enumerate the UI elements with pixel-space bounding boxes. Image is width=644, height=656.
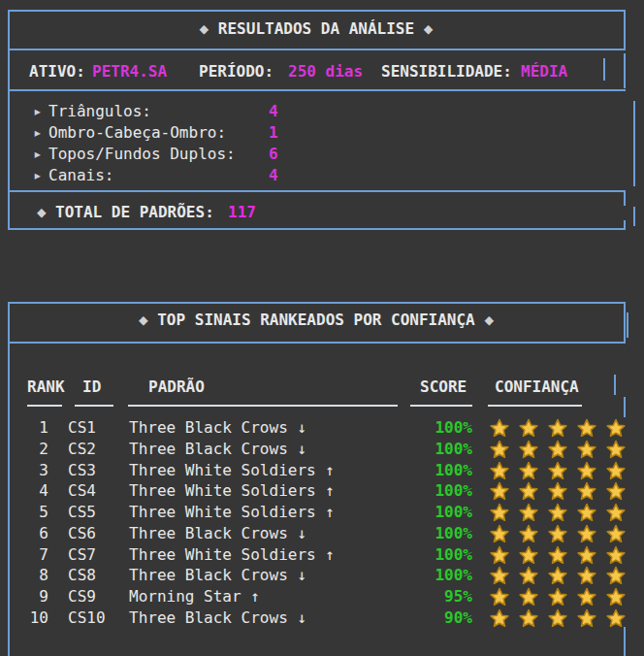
star-icon bbox=[519, 566, 538, 585]
star-icon bbox=[577, 524, 596, 543]
panel1-border-right-info bbox=[624, 53, 626, 88]
score-cell: 100% bbox=[410, 544, 472, 566]
star-icon bbox=[548, 503, 567, 522]
star-icon bbox=[490, 503, 509, 522]
pattern-cell: Three White Soldiers ↑ bbox=[129, 460, 335, 481]
count-value: 1 bbox=[269, 122, 278, 144]
rank-cell: 5 bbox=[8, 502, 48, 523]
confidence-stars bbox=[490, 460, 640, 481]
star-icon bbox=[490, 587, 509, 607]
confidence-stars bbox=[490, 439, 640, 460]
diamond-icon: ◆ bbox=[200, 19, 209, 38]
star-icon bbox=[577, 566, 596, 585]
count-value: 6 bbox=[269, 144, 278, 165]
panel2-border-right-header bbox=[614, 375, 616, 395]
table-row: 9 CS9 Morning Star ↑ 95% bbox=[0, 586, 644, 607]
star-icon bbox=[490, 461, 509, 480]
panel2-border-glitch bbox=[627, 312, 628, 338]
diamond-icon: ◆ bbox=[424, 19, 434, 38]
panel1-title: RESULTADOS DA ANÁLISE bbox=[218, 19, 414, 38]
triangle-bullet-icon: ▸ bbox=[33, 122, 43, 144]
panel1-border-top bbox=[8, 10, 626, 12]
star-icon bbox=[548, 587, 567, 607]
pattern-cell: Three White Soldiers ↑ bbox=[129, 480, 335, 502]
triangle-bullet-icon: ▸ bbox=[33, 165, 43, 186]
panel1-border-corner bbox=[624, 220, 626, 230]
count-label: Ombro-Cabeça-Ombro: bbox=[48, 122, 226, 144]
pattern-cell: Three Black Crows ↓ bbox=[129, 565, 306, 586]
star-icon bbox=[548, 545, 567, 565]
star-icon bbox=[606, 503, 626, 522]
table-row: 5 CS5 Three White Soldiers ↑ 100% bbox=[0, 502, 644, 523]
score-cell: 100% bbox=[410, 460, 472, 481]
star-icon bbox=[577, 440, 596, 459]
panel1-border-right-counts bbox=[633, 101, 635, 186]
triangle-bullet-icon: ▸ bbox=[33, 101, 43, 122]
score-cell: 100% bbox=[410, 439, 472, 460]
star-icon bbox=[577, 587, 596, 607]
table-row: 3 CS3 Three White Soldiers ↑ 100% bbox=[0, 460, 644, 481]
panel2-separator bbox=[8, 342, 626, 344]
column-header-confianca: CONFIANÇA bbox=[495, 377, 579, 398]
id-cell: CS7 bbox=[68, 544, 96, 566]
count-label: Canais: bbox=[48, 165, 113, 186]
table-row: 8 CS8 Three Black Crows ↓ 100% bbox=[0, 565, 644, 586]
pattern-cell: Three White Soldiers ↑ bbox=[129, 544, 335, 566]
star-icon bbox=[577, 608, 596, 628]
pattern-cell: Three Black Crows ↓ bbox=[129, 607, 306, 629]
panel2-border-right-underline bbox=[624, 397, 626, 417]
confidence-stars bbox=[490, 480, 640, 502]
star-icon bbox=[577, 461, 596, 480]
star-icon bbox=[606, 545, 626, 565]
score-cell: 100% bbox=[410, 523, 472, 544]
panel2-title-line: ◆ TOP SINAIS RANKEADOS POR CONFIANÇA ◆ bbox=[8, 310, 625, 331]
pattern-cell: Three Black Crows ↓ bbox=[129, 439, 306, 460]
pattern-cell: Three Black Crows ↓ bbox=[129, 417, 306, 439]
pattern-cell: Morning Star ↑ bbox=[129, 586, 260, 607]
header-underline-padrao bbox=[128, 405, 398, 407]
star-icon bbox=[548, 524, 567, 543]
panel2-border-top bbox=[8, 302, 626, 304]
confidence-stars bbox=[490, 565, 640, 586]
rank-cell: 9 bbox=[8, 586, 48, 607]
star-icon bbox=[548, 440, 567, 459]
id-cell: CS6 bbox=[68, 523, 96, 544]
star-icon bbox=[548, 481, 567, 501]
panel1-title-line: ◆ RESULTADOS DA ANÁLISE ◆ bbox=[8, 18, 625, 40]
score-cell: 100% bbox=[410, 417, 472, 439]
header-underline-id bbox=[75, 405, 113, 407]
star-icon bbox=[519, 608, 538, 628]
score-cell: 100% bbox=[410, 565, 472, 586]
id-cell: CS9 bbox=[68, 586, 96, 607]
confidence-stars bbox=[490, 502, 640, 523]
confidence-stars bbox=[490, 586, 640, 607]
rank-cell: 10 bbox=[8, 607, 48, 629]
star-icon bbox=[490, 418, 509, 438]
star-icon bbox=[577, 503, 596, 522]
star-icon bbox=[606, 524, 626, 543]
count-label: Topos/Fundos Duplos: bbox=[48, 144, 236, 165]
score-cell: 95% bbox=[410, 586, 472, 607]
pattern-cell: Three White Soldiers ↑ bbox=[129, 502, 335, 523]
id-cell: CS10 bbox=[68, 607, 106, 629]
header-underline-confianca bbox=[488, 405, 582, 407]
rank-cell: 2 bbox=[8, 439, 48, 460]
ativo-value: PETR4.SA bbox=[92, 61, 167, 82]
star-icon bbox=[490, 524, 509, 543]
confidence-stars bbox=[490, 523, 640, 544]
id-cell: CS8 bbox=[68, 565, 96, 586]
panel1-separator-2 bbox=[8, 89, 626, 91]
confidence-stars bbox=[490, 417, 640, 439]
count-value: 4 bbox=[269, 165, 278, 186]
star-icon bbox=[606, 418, 626, 438]
diamond-icon: ◆ bbox=[139, 311, 148, 329]
table-row: 1 CS1 Three Black Crows ↓ 100% bbox=[0, 417, 644, 439]
star-icon bbox=[519, 481, 538, 501]
sensibilidade-value: MÉDIA bbox=[521, 61, 567, 82]
star-icon bbox=[490, 481, 509, 501]
confidence-stars bbox=[490, 544, 640, 566]
misaligned-border-glyph bbox=[603, 58, 605, 81]
triangle-bullet-icon: ▸ bbox=[33, 144, 43, 165]
column-header-rank: RANK bbox=[27, 377, 65, 398]
panel1-separator-1 bbox=[8, 49, 626, 50]
